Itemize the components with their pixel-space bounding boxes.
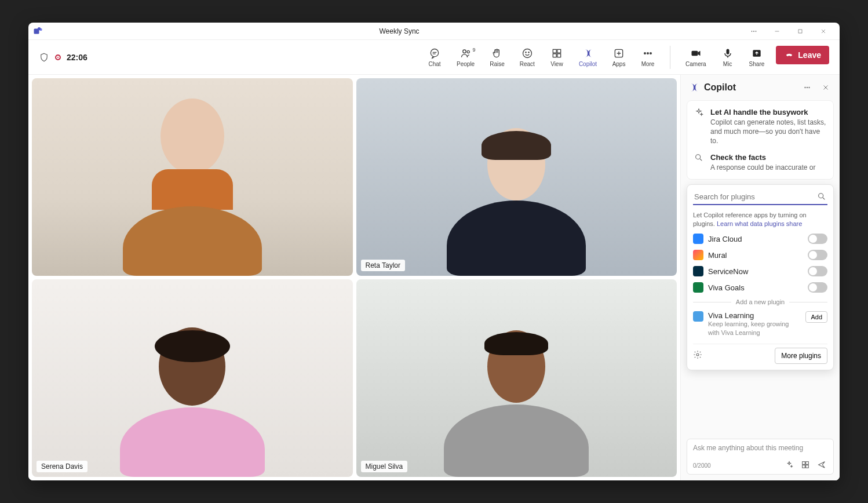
toolbar-separator	[670, 46, 670, 69]
svg-rect-20	[553, 53, 556, 57]
meeting-toolbar: 22:06 Chat 9 People Raise React	[28, 40, 840, 75]
svg-point-3	[752, 31, 752, 31]
leave-button[interactable]: Leave	[776, 46, 829, 64]
window-more-icon[interactable]	[742, 23, 765, 39]
search-icon	[817, 192, 826, 201]
plugin-toggle[interactable]	[808, 266, 827, 276]
window-maximize-button[interactable]	[789, 23, 812, 39]
copilot-tip: Check the facts A response could be inac…	[694, 153, 826, 172]
more-plugins-button[interactable]: More plugins	[775, 348, 827, 364]
add-plugin-button[interactable]: Add	[805, 311, 827, 323]
add-plugin-divider: Add a new plugin	[693, 298, 827, 305]
copilot-close-button[interactable]	[819, 81, 833, 94]
svg-point-27	[650, 52, 652, 54]
svg-rect-29	[726, 49, 729, 54]
plugin-toggle[interactable]	[808, 234, 827, 244]
video-tile[interactable]: Miguel Silva	[356, 279, 677, 477]
copilot-header: Copilot	[681, 75, 840, 100]
copilot-panel: Copilot Let AI handle the busywork Copil…	[680, 75, 840, 480]
window-controls	[742, 23, 835, 39]
new-plugin-desc: Keep learning, keep growing with Viva Le…	[708, 320, 801, 337]
people-button[interactable]: 9 People	[453, 46, 478, 68]
svg-rect-43	[803, 465, 805, 468]
window-minimize-button[interactable]	[765, 23, 789, 39]
servicenow-icon	[693, 266, 703, 276]
mic-button[interactable]: Mic	[718, 46, 738, 68]
svg-point-40	[696, 353, 699, 356]
main-area: Reta Taylor Serena Davis Migue	[28, 75, 840, 480]
video-tile[interactable]	[32, 78, 353, 276]
svg-point-32	[807, 87, 808, 88]
recording-time: 22:06	[67, 53, 87, 62]
teams-logo-icon	[33, 26, 43, 37]
plugin-toggle[interactable]	[808, 282, 827, 293]
camera-button[interactable]: Camera	[682, 46, 710, 68]
jira-icon	[693, 234, 703, 244]
copilot-button[interactable]: Copilot	[575, 46, 600, 68]
svg-point-4	[753, 31, 754, 31]
more-button[interactable]: More	[637, 46, 658, 68]
leave-icon	[784, 50, 794, 60]
plugin-row-servicenow: ServiceNow	[693, 266, 827, 276]
people-count-badge: 9	[473, 47, 476, 53]
copilot-icon	[581, 47, 594, 60]
svg-rect-28	[691, 50, 698, 55]
plugin-search-input[interactable]	[693, 189, 827, 205]
plugins-popup-footer: More plugins	[693, 344, 827, 364]
sparkle-suggestions-button[interactable]	[785, 460, 795, 471]
raise-hand-icon	[491, 47, 504, 60]
shield-icon[interactable]	[39, 52, 49, 63]
plugin-settings-button[interactable]	[693, 350, 702, 362]
chat-placeholder: Ask me anything about this meeting	[693, 444, 827, 452]
svg-point-25	[644, 52, 646, 54]
copilot-logo-icon	[688, 82, 699, 93]
plugin-hint-link[interactable]: Learn what data plugins share	[717, 220, 802, 227]
copilot-chat-input[interactable]: Ask me anything about this meeting 0/200…	[687, 439, 834, 475]
share-button[interactable]: Share	[746, 46, 768, 68]
new-plugin-name: Viva Learning	[708, 311, 801, 320]
svg-point-14	[467, 50, 469, 53]
tip-description: A response could be inaccurate or	[710, 163, 815, 172]
send-button[interactable]	[817, 460, 827, 471]
svg-point-2	[38, 27, 41, 30]
participant-name-label: Reta Taylor	[361, 260, 405, 271]
title-bar: Weekly Sync	[28, 23, 840, 40]
plugins-popup: Let Copilot reference apps by turning on…	[687, 184, 834, 370]
copilot-tip: Let AI handle the busywork Copilot can g…	[694, 108, 826, 146]
sparkle-icon	[694, 108, 705, 118]
camera-icon	[690, 47, 702, 60]
app-window: Weekly Sync 22:06 Chat 9	[28, 23, 840, 480]
plugin-row-mural: Mural	[693, 250, 827, 260]
apps-button[interactable]: Apps	[608, 46, 629, 68]
copilot-title: Copilot	[704, 82, 796, 93]
svg-point-15	[523, 49, 531, 57]
svg-point-38	[819, 193, 823, 198]
mic-icon	[721, 47, 734, 60]
chat-icon	[428, 47, 441, 60]
svg-rect-21	[557, 53, 561, 57]
copilot-tips-card: Let AI handle the busywork Copilot can g…	[687, 100, 834, 180]
copilot-more-button[interactable]	[800, 81, 814, 94]
window-close-button[interactable]	[812, 23, 835, 39]
copilot-body: Let AI handle the busywork Copilot can g…	[681, 100, 840, 433]
svg-rect-42	[806, 462, 809, 465]
toolbar-left: 22:06	[39, 52, 87, 63]
svg-point-17	[528, 52, 529, 52]
plugin-toggle[interactable]	[808, 250, 827, 260]
share-icon	[750, 47, 763, 60]
mural-icon	[693, 250, 703, 260]
svg-rect-7	[798, 30, 802, 33]
video-tile[interactable]: Serena Davis	[32, 279, 353, 477]
raise-hand-button[interactable]: Raise	[486, 46, 508, 68]
view-button[interactable]: View	[546, 46, 567, 68]
video-tile[interactable]: Reta Taylor	[356, 78, 677, 276]
react-button[interactable]: React	[516, 46, 538, 68]
apps-icon	[612, 47, 625, 60]
vivagoals-icon	[693, 282, 703, 293]
svg-point-31	[805, 87, 806, 88]
new-plugin-row: Viva Learning Keep learning, keep growin…	[693, 311, 827, 337]
grid-button[interactable]	[801, 460, 811, 471]
chat-button[interactable]: Chat	[424, 46, 445, 68]
chat-char-counter: 0/2000	[693, 462, 779, 469]
svg-point-26	[647, 52, 649, 54]
